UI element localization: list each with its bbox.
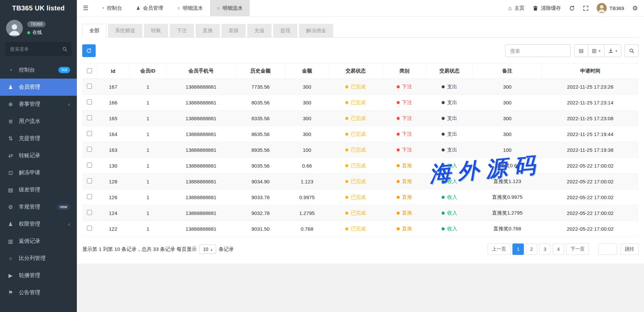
status-dot-icon	[397, 85, 400, 88]
next-page-button[interactable]: 下一页	[566, 243, 589, 255]
row-checkbox[interactable]	[87, 226, 92, 231]
sidebar-item-1[interactable]: ♟会员管理	[0, 79, 77, 96]
refresh-button[interactable]	[82, 44, 96, 57]
row-checkbox[interactable]	[87, 115, 92, 120]
cell-member-id: 1	[130, 205, 166, 221]
clear-cache-link[interactable]: 清除缓存	[533, 5, 561, 11]
cell-apply-time: 2022-11-25 17:19:44	[542, 126, 639, 142]
filter-tab-3[interactable]: 下注	[170, 24, 194, 37]
user-menu[interactable]: TB369	[597, 3, 624, 13]
online-dot-icon	[27, 31, 30, 34]
status-text: 已完成	[351, 178, 366, 185]
status-text: 下注	[402, 147, 412, 153]
hamburger-icon[interactable]: ☰	[77, 0, 94, 16]
sidebar-item-3[interactable]: ≣用户流水	[0, 113, 77, 130]
prev-page-button[interactable]: 上一页	[488, 243, 510, 255]
menu-search-input[interactable]	[5, 42, 71, 56]
sidebar-item-4[interactable]: ⇅充提管理	[0, 130, 77, 147]
nav-tab-3[interactable]: ○明细流水	[210, 0, 250, 16]
page-button-4[interactable]: 4	[553, 243, 564, 255]
sidebar-item-0[interactable]: ◔控制台hot	[0, 61, 77, 79]
summary-suffix: 条记录	[219, 246, 234, 253]
page-button-2[interactable]: 2	[526, 243, 537, 255]
sidebar-item-2[interactable]: ⊕赛事管理‹	[0, 96, 77, 113]
filter-tab-5[interactable]: 差级	[221, 24, 246, 37]
cell-category: 下注	[383, 142, 426, 158]
sidebar-item-9[interactable]: ♟权限管理‹	[0, 216, 77, 233]
trash-icon	[533, 5, 538, 11]
sidebar-item-5[interactable]: ⇄转账记录	[0, 147, 77, 164]
table-search-input[interactable]	[505, 44, 571, 57]
filter-tab-0[interactable]: 全部	[82, 24, 106, 37]
refresh-icon[interactable]	[569, 5, 575, 11]
recharge-icon: ⇅	[7, 135, 14, 142]
cell-trade-status: 已完成	[329, 158, 383, 174]
status-text: 直推	[402, 163, 412, 169]
sidebar-item-10[interactable]: ▥返佣记录	[0, 233, 77, 250]
row-checkbox[interactable]	[87, 131, 92, 136]
status-dot-icon	[442, 85, 445, 88]
sidebar-item-label: 控制台	[19, 66, 35, 74]
cell-apply-time: 2022-11-25 17:23:14	[542, 95, 639, 110]
page-size-dropdown[interactable]: 10 ▴	[199, 244, 216, 254]
cell-amount: 1.123	[285, 174, 329, 189]
status-dot-icon	[345, 164, 348, 167]
sidebar-item-12[interactable]: ▶轮播管理	[0, 267, 77, 284]
sidebar-item-13[interactable]: ⚑公告管理	[0, 284, 77, 301]
row-checkbox-cell	[82, 126, 97, 142]
status-text: 支出	[447, 115, 457, 122]
cell-phone: 13888888881	[166, 221, 236, 237]
status-text: 已完成	[351, 210, 366, 216]
status-dot-icon	[345, 117, 348, 120]
sidebar-item-label: 解冻申请	[19, 169, 40, 176]
filter-tab-4[interactable]: 直推	[196, 24, 220, 37]
toggle-view-button[interactable]: ▤	[574, 44, 588, 57]
nav-tab-2[interactable]: ○明细流水	[170, 0, 210, 16]
jump-button[interactable]: 跳转	[621, 243, 639, 255]
home-link[interactable]: ⌂ 主页	[508, 5, 524, 11]
sidebar-item-11[interactable]: ○比分列管理	[0, 250, 77, 267]
row-checkbox[interactable]	[87, 84, 92, 89]
page-button-1[interactable]: 1	[512, 243, 524, 255]
filter-tab-2[interactable]: 转账	[144, 24, 168, 37]
cell-apply-time: 2022-05-22 17:00:02	[542, 174, 639, 189]
select-all-checkbox[interactable]	[87, 68, 92, 73]
sidebar-item-7[interactable]: ▤级差管理	[0, 181, 77, 198]
cell-history-amount: 8635.56	[236, 126, 286, 142]
status-dot-icon	[397, 117, 400, 120]
jump-page-input[interactable]	[598, 243, 617, 255]
page-button-3[interactable]: 3	[539, 243, 551, 255]
sidebar-item-6[interactable]: ⊡解冻申请	[0, 164, 77, 181]
search-button[interactable]	[625, 44, 639, 57]
cell-amount: 300	[285, 110, 329, 126]
row-checkbox[interactable]	[87, 147, 92, 152]
row-checkbox[interactable]	[87, 210, 92, 215]
columns-button[interactable]: ▥ ▾	[588, 44, 604, 57]
main: ☰ ◔控制台♟会员管理○明细流水○明细流水 ⌂ 主页 清除缓存 TB369	[77, 0, 644, 312]
sidebar-item-8[interactable]: ⚙常规管理new	[0, 198, 77, 216]
row-checkbox[interactable]	[87, 194, 92, 199]
filter-tab-6[interactable]: 充值	[247, 24, 271, 37]
filter-tab-8[interactable]: 解冻佣金	[299, 24, 333, 37]
cell-amount: 1.2795	[285, 205, 329, 221]
filter-tab-7[interactable]: 提现	[273, 24, 297, 37]
row-checkbox[interactable]	[87, 178, 92, 183]
table-row: 1651138888888818335.56300已完成下注支出3002022-…	[82, 110, 639, 126]
export-button[interactable]: ▾	[604, 44, 621, 57]
status-text: 下注	[402, 84, 412, 90]
filter-tab-1[interactable]: 系统赠送	[108, 24, 142, 37]
row-checkbox[interactable]	[87, 99, 92, 104]
filter-tabs: 全部系统赠送转账下注直推差级充值提现解冻佣金	[82, 24, 639, 38]
row-checkbox[interactable]	[87, 163, 92, 168]
cell-flow-status: 收入	[426, 174, 473, 189]
refresh-icon	[86, 48, 92, 53]
nav-tab-1[interactable]: ♟会员管理	[129, 0, 170, 16]
cell-phone: 13888888881	[166, 189, 236, 205]
settings-gear-icon[interactable]: ⚙	[632, 4, 638, 12]
content-card: 全部系统赠送转账下注直推差级充值提现解冻佣金 ▤ ▥	[77, 16, 644, 264]
cell-amount: 300	[285, 95, 329, 110]
cell-id: 165	[97, 110, 130, 126]
nav-tab-0[interactable]: ◔控制台	[94, 0, 129, 16]
status-dot-icon	[442, 133, 445, 136]
fullscreen-icon[interactable]	[583, 5, 589, 11]
